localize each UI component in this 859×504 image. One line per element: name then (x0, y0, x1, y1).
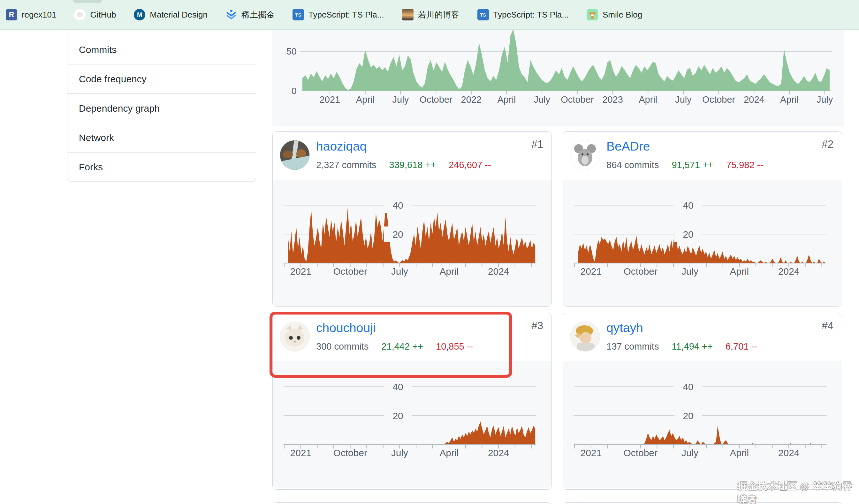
bookmark-juejin[interactable]: 稀土掘金 (225, 9, 275, 20)
svg-text:2024: 2024 (778, 266, 800, 277)
contributor-card-header: chouchouji 300 commits 21,442 ++ 10,855 … (273, 313, 552, 361)
rank-badge: #4 (822, 320, 833, 332)
sidebar-item-network[interactable]: Network (67, 123, 256, 153)
contributor-name-link[interactable]: qytayh (606, 321, 643, 335)
contributor-stats: 300 commits 21,442 ++ 10,855 -- (316, 341, 473, 352)
deletions-count: 6,701 -- (725, 341, 757, 352)
svg-text:April: April (780, 94, 799, 105)
bookmark-ruochuan-blog[interactable]: 若川的博客 (402, 9, 459, 20)
svg-text:July: July (391, 447, 408, 458)
avatar[interactable] (280, 140, 310, 170)
contributor-card-2: BeADre 864 commits 91,571 ++ 75,982 -- #… (563, 131, 842, 306)
svg-text:2024: 2024 (778, 447, 800, 458)
deletions-count: 75,982 -- (726, 160, 763, 170)
bookmarks-bar: R regex101 GitHub M Material Design 稀土掘金… (0, 0, 859, 30)
contributor-area-chart: 2021OctoberJulyApril20244020 (273, 361, 552, 460)
svg-text:20: 20 (392, 229, 403, 239)
svg-text:October: October (333, 266, 367, 277)
photo-icon (402, 9, 413, 20)
svg-text:2021: 2021 (581, 447, 602, 458)
bookmark-label: Material Design (150, 10, 208, 20)
svg-text:July: July (391, 266, 408, 277)
svg-text:October: October (420, 94, 452, 105)
watermark-text: 掘金技术社区 @ 笨笨狗吞噬者 (738, 480, 859, 504)
bookmark-regex101[interactable]: R regex101 (6, 9, 56, 20)
github-icon (74, 9, 86, 20)
bookmark-material-design[interactable]: M Material Design (134, 9, 208, 20)
contributor-name-link[interactable]: BeADre (606, 139, 650, 154)
bookmark-label: TypeScript: TS Pla... (308, 10, 384, 20)
contributor-area-chart: 2021OctoberJulyApril20244020 (563, 179, 842, 279)
contributor-stats: 2,327 commits 339,618 ++ 246,607 -- (316, 160, 491, 170)
additions-count: 91,571 ++ (672, 160, 713, 170)
svg-text:April: April (639, 94, 657, 105)
svg-text:2024: 2024 (744, 94, 765, 105)
svg-text:40: 40 (683, 200, 693, 210)
deletions-count: 10,855 -- (436, 341, 473, 352)
svg-text:20: 20 (392, 411, 403, 421)
bookmark-typescript-1[interactable]: TS TypeScript: TS Pla... (292, 9, 384, 20)
sidebar-item-cut-off (67, 30, 256, 35)
svg-text:20: 20 (683, 411, 693, 421)
svg-text:July: July (533, 94, 550, 105)
avatar[interactable] (280, 321, 310, 351)
rank-badge: #2 (822, 138, 833, 150)
bookmark-typescript-2[interactable]: TS TypeScript: TS Pla... (478, 9, 569, 20)
sidebar-item-dependency-graph[interactable]: Dependency graph (67, 94, 256, 123)
sidebar-item-forks[interactable]: Forks (67, 153, 256, 182)
additions-count: 11,494 ++ (672, 341, 712, 352)
svg-text:October: October (333, 447, 367, 458)
regex101-icon: R (6, 9, 17, 20)
bookmark-github[interactable]: GitHub (74, 9, 116, 20)
sidebar-item-code-frequency[interactable]: Code frequency (67, 64, 256, 94)
contributor-card-header: qytayh 137 commits 11,494 ++ 6,701 -- #4 (563, 313, 842, 361)
commits-count: 137 commits (606, 341, 659, 352)
sidebar-item-commits[interactable]: Commits (67, 35, 256, 64)
juejin-icon (225, 9, 237, 20)
contributor-area-chart: 2021OctoberJulyApril20244020 (273, 179, 552, 279)
additions-count: 339,618 ++ (389, 160, 436, 170)
commits-count: 300 commits (316, 341, 368, 352)
svg-text:2023: 2023 (602, 94, 623, 105)
svg-text:2021: 2021 (581, 266, 602, 277)
svg-text:July: July (392, 94, 409, 105)
svg-text:2021: 2021 (320, 94, 341, 105)
avatar[interactable] (570, 321, 600, 351)
commits-count: 2,327 commits (316, 160, 376, 170)
browser-tab-remnant (73, 0, 102, 3)
bookmark-label: 若川的博客 (418, 9, 459, 20)
svg-text:July: July (681, 447, 698, 458)
svg-text:2022: 2022 (461, 94, 482, 105)
material-design-icon: M (134, 9, 145, 20)
contributor-card-header: BeADre 864 commits 91,571 ++ 75,982 -- #… (563, 132, 842, 179)
contributor-card-header: haoziqaq 2,327 commits 339,618 ++ 246,60… (273, 132, 552, 179)
svg-text:2021: 2021 (290, 266, 312, 277)
contributor-area-chart: 2021OctoberJulyApril20244020 (563, 361, 842, 460)
contributor-stats: 137 commits 11,494 ++ 6,701 -- (606, 341, 757, 352)
contributor-name-link[interactable]: haoziqaq (316, 139, 366, 154)
contributor-card-4: qytayh 137 commits 11,494 ++ 6,701 -- #4… (563, 313, 842, 490)
sidebar-nav: Commits Code frequency Dependency graph … (67, 30, 256, 182)
contributor-chart-area: 2021OctoberJulyApril20244020 (563, 179, 842, 306)
contributor-name-link[interactable]: chouchouji (316, 321, 376, 335)
svg-text:October: October (561, 94, 594, 105)
commits-area-chart: 2021AprilJulyOctober2022AprilJulyOctober… (272, 30, 844, 126)
typescript-icon: TS (478, 9, 489, 20)
svg-text:40: 40 (392, 200, 403, 210)
svg-text:July: July (675, 94, 692, 105)
contributor-chart-area: 2021OctoberJulyApril20244020 (273, 179, 552, 306)
commits-overview-chart: 2021AprilJulyOctober2022AprilJulyOctober… (272, 30, 844, 126)
bookmark-label: regex101 (22, 10, 56, 20)
svg-text:October: October (702, 94, 735, 105)
svg-text:April: April (730, 447, 749, 458)
bookmark-smile-blog[interactable]: Smile Blog (587, 9, 642, 20)
svg-text:April: April (730, 266, 749, 277)
partial-card-left (272, 502, 552, 504)
typescript-icon: TS (292, 9, 304, 20)
rank-badge: #1 (531, 138, 543, 150)
svg-text:April: April (439, 266, 458, 277)
bookmark-label: GitHub (90, 10, 116, 20)
avatar[interactable] (570, 140, 600, 170)
svg-text:April: April (356, 94, 375, 105)
svg-text:2024: 2024 (488, 447, 509, 458)
